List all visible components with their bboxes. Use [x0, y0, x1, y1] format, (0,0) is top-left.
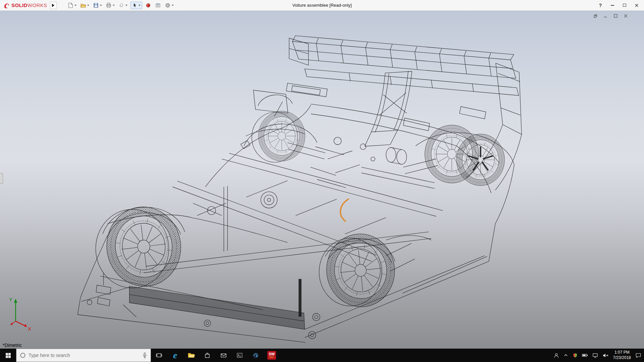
document-title: Voiture assemblee [Read-only]: [292, 3, 352, 8]
y-axis-arrow: [14, 299, 17, 303]
document-window-controls: [592, 13, 629, 19]
blue-circle-app-button[interactable]: [248, 349, 264, 362]
edge-button[interactable]: e: [167, 349, 183, 362]
minimize-icon: [603, 13, 608, 18]
doc-maximize-button[interactable]: [612, 13, 619, 19]
search-input[interactable]: [29, 353, 140, 358]
dropdown-caret: [125, 5, 127, 6]
task-view-icon: [156, 352, 162, 359]
new-document-button[interactable]: [67, 2, 77, 9]
save-floppy-icon: [93, 2, 99, 8]
gear-icon: [165, 2, 171, 8]
select-tool-button[interactable]: [130, 2, 142, 9]
z-axis-arrow: [10, 322, 13, 325]
highlighted-edge[interactable]: [340, 199, 348, 221]
flyout-arrow-icon: [52, 4, 54, 7]
select-cursor-icon: [132, 3, 138, 8]
cortana-icon: [20, 352, 26, 358]
sw-badge-year: 2017: [269, 356, 274, 359]
y-axis-label: Y: [9, 297, 12, 303]
brand-light: WORKS: [28, 2, 47, 8]
options-button[interactable]: [164, 2, 174, 9]
save-button[interactable]: [92, 2, 103, 9]
blue-circle-app-icon: [252, 352, 259, 359]
people-button[interactable]: [553, 353, 559, 358]
print-icon: [106, 2, 112, 8]
action-center-icon: [635, 353, 641, 358]
scene-canvas: Y X: [0, 11, 644, 349]
battery-icon: [582, 353, 588, 358]
battery-button[interactable]: [582, 353, 588, 358]
minimize-icon: [611, 5, 614, 6]
command-prompt-button[interactable]: [231, 349, 248, 362]
dropdown-caret: [172, 5, 174, 6]
security-tray-button[interactable]: [573, 353, 578, 358]
orientation-triad: Y X: [9, 297, 31, 332]
maximize-icon: [623, 4, 626, 7]
undo-icon: [118, 2, 124, 8]
close-icon: [635, 3, 639, 7]
chevron-up-icon: [564, 353, 568, 358]
open-button[interactable]: [79, 2, 90, 9]
dropdown-caret: [113, 5, 115, 6]
doc-minimize-button[interactable]: [602, 13, 609, 19]
dropdown-caret: [74, 5, 76, 6]
windows-logo-icon: [5, 353, 11, 358]
file-explorer-icon: [187, 352, 195, 359]
quick-toolbar: [67, 2, 174, 9]
doc-restore-button[interactable]: [592, 13, 599, 19]
doc-close-button[interactable]: [622, 13, 629, 19]
view-orientation-label: *Dimetric: [3, 343, 22, 348]
dropdown-caret: [100, 5, 102, 6]
action-center-button[interactable]: [635, 353, 641, 358]
store-bag-icon: [204, 352, 211, 359]
wireframe-car-model[interactable]: [77, 36, 522, 343]
open-folder-icon: [80, 2, 86, 8]
brand-bold: SOLID: [11, 2, 28, 8]
edge-icon: e: [173, 351, 177, 360]
maximize-button[interactable]: [619, 0, 631, 10]
clock-date: 7/23/2018: [613, 355, 631, 361]
new-document-icon: [67, 2, 73, 8]
microphone-icon[interactable]: [142, 352, 147, 358]
taskbar-clock[interactable]: 1:07 PM 7/23/2018: [613, 350, 631, 360]
volume-button[interactable]: [602, 353, 609, 358]
clock-time: 1:07 PM: [613, 350, 631, 355]
window-controls: ?: [594, 0, 643, 10]
x-axis-label: X: [28, 326, 31, 331]
appearances-button[interactable]: [145, 2, 152, 9]
solidworks-2017-icon: SW 2017: [267, 351, 276, 360]
help-button[interactable]: ?: [594, 0, 606, 10]
panel-collapse-tab[interactable]: [0, 173, 3, 184]
graphics-viewport[interactable]: Y X *Dimetric: [0, 11, 644, 349]
file-explorer-button[interactable]: [183, 349, 199, 362]
design-table-button[interactable]: [154, 2, 162, 9]
undo-button[interactable]: [118, 2, 128, 9]
hidden-icons-button[interactable]: [564, 353, 568, 358]
network-button[interactable]: [592, 353, 598, 358]
solidworks-window: SOLIDWORKS: [0, 0, 644, 362]
menu-flyout-button[interactable]: [50, 2, 57, 9]
system-tray: 1:07 PM 7/23/2018: [551, 349, 644, 362]
help-label: ?: [599, 3, 602, 8]
taskbar-search: [16, 349, 151, 362]
command-prompt-icon: [236, 352, 243, 359]
minimize-button[interactable]: [606, 0, 619, 10]
solidworks-app-button[interactable]: SW 2017: [264, 349, 280, 362]
volume-muted-icon: [602, 353, 609, 358]
mail-button[interactable]: [215, 349, 231, 362]
sw-badge-text: SW: [269, 352, 275, 356]
close-button[interactable]: [631, 0, 643, 10]
dassault-systemes-logo: [3, 2, 10, 9]
store-button[interactable]: [199, 349, 215, 362]
start-button[interactable]: [0, 349, 16, 362]
windows-taskbar: e: [0, 349, 644, 362]
brand-text: SOLIDWORKS: [11, 2, 47, 8]
appearance-sphere-icon: [145, 2, 151, 8]
titlebar: SOLIDWORKS: [0, 0, 644, 11]
dropdown-caret: [139, 5, 141, 6]
print-button[interactable]: [105, 2, 115, 9]
task-view-button[interactable]: [151, 349, 167, 362]
network-monitor-icon: [592, 353, 598, 358]
close-icon: [623, 13, 628, 18]
